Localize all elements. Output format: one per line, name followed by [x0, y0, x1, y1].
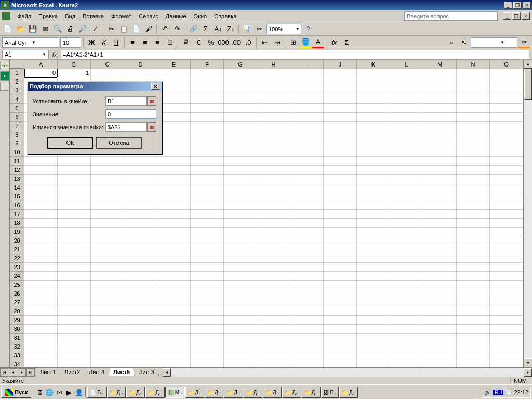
draw-menu-icon[interactable]: ▫: [446, 37, 457, 48]
cell[interactable]: [224, 219, 257, 228]
cell[interactable]: [324, 281, 357, 289]
cell[interactable]: [457, 281, 490, 289]
cell[interactable]: [490, 166, 523, 175]
cell[interactable]: [157, 219, 191, 228]
taskbar-task[interactable]: 📁Д..: [145, 387, 164, 398]
cell[interactable]: [390, 245, 423, 254]
cut-icon[interactable]: ✂: [105, 23, 117, 35]
cell[interactable]: [457, 272, 490, 281]
cell[interactable]: [324, 263, 357, 272]
cell[interactable]: [257, 245, 290, 254]
row-header[interactable]: 22: [10, 254, 24, 263]
cell[interactable]: [124, 69, 157, 77]
cell[interactable]: [290, 316, 324, 325]
cell[interactable]: [24, 228, 58, 236]
bold-icon[interactable]: Ж: [86, 37, 97, 48]
undo-icon[interactable]: ↶: [159, 23, 170, 35]
cell[interactable]: [457, 254, 490, 263]
cell[interactable]: [457, 175, 490, 183]
cell[interactable]: [91, 263, 124, 272]
cell[interactable]: [390, 130, 423, 139]
cell[interactable]: [257, 201, 290, 210]
cell[interactable]: [224, 95, 257, 104]
cell[interactable]: [490, 334, 523, 342]
cell[interactable]: [24, 175, 58, 183]
cell[interactable]: [91, 281, 124, 289]
cell[interactable]: [257, 192, 290, 201]
new-icon[interactable]: 📄: [2, 23, 14, 35]
scroll-right-icon[interactable]: ▸: [524, 368, 532, 377]
cell[interactable]: [357, 122, 390, 130]
cell[interactable]: [224, 69, 257, 77]
ql-app-icon[interactable]: 👤: [74, 387, 84, 397]
cell[interactable]: [423, 183, 457, 192]
save-icon[interactable]: 💾: [27, 23, 38, 35]
cell[interactable]: [390, 69, 423, 77]
doc-restore-button[interactable]: ❐: [512, 12, 521, 20]
cell[interactable]: [224, 316, 257, 325]
taskbar-task[interactable]: 📗М..: [165, 387, 185, 398]
cell[interactable]: [390, 325, 423, 334]
to-value-input[interactable]: 0: [105, 109, 156, 119]
cell[interactable]: [457, 334, 490, 342]
taskbar-task[interactable]: 📄В..: [87, 387, 106, 398]
align-left-icon[interactable]: ≡: [127, 37, 138, 48]
cell[interactable]: [490, 263, 523, 272]
cell[interactable]: [157, 122, 191, 130]
cell[interactable]: [224, 183, 257, 192]
taskbar-task[interactable]: 📁Д..: [224, 387, 243, 398]
cell[interactable]: [290, 183, 324, 192]
fill-color-icon[interactable]: 🪣: [300, 37, 311, 48]
copy-icon[interactable]: 📋: [118, 23, 129, 35]
cell[interactable]: [457, 228, 490, 236]
cell[interactable]: [290, 139, 324, 148]
cell[interactable]: [324, 95, 357, 104]
row-header[interactable]: 26: [10, 289, 24, 298]
cell[interactable]: [423, 130, 457, 139]
cell[interactable]: [124, 236, 157, 245]
cell[interactable]: [423, 201, 457, 210]
cell[interactable]: [290, 148, 324, 157]
row-header[interactable]: 11: [10, 157, 24, 166]
cell[interactable]: [24, 219, 58, 228]
cell[interactable]: [423, 139, 457, 148]
cell[interactable]: [490, 298, 523, 307]
row-header[interactable]: 12: [10, 166, 24, 175]
cell[interactable]: [191, 69, 224, 77]
panel-btn-2[interactable]: ▸: [0, 71, 9, 81]
cell[interactable]: [357, 210, 390, 219]
cell[interactable]: [290, 254, 324, 263]
cell[interactable]: [157, 351, 191, 360]
cell[interactable]: [390, 254, 423, 263]
cell[interactable]: [324, 130, 357, 139]
underline-icon[interactable]: Ч: [111, 37, 122, 48]
cell[interactable]: [490, 157, 523, 166]
cell[interactable]: [257, 86, 290, 95]
cell[interactable]: [91, 289, 124, 298]
cell[interactable]: [257, 334, 290, 342]
cell[interactable]: [324, 86, 357, 95]
cell[interactable]: [423, 325, 457, 334]
cell[interactable]: [191, 228, 224, 236]
cell[interactable]: [257, 316, 290, 325]
chart-icon[interactable]: 📊: [241, 23, 252, 35]
cell[interactable]: [24, 166, 58, 175]
cell[interactable]: [191, 210, 224, 219]
cell[interactable]: [357, 148, 390, 157]
cell[interactable]: [58, 351, 91, 360]
cell[interactable]: [157, 86, 191, 95]
cell[interactable]: [191, 272, 224, 281]
cell[interactable]: [58, 342, 91, 351]
fx-icon[interactable]: fx: [328, 37, 340, 48]
decrease-decimal-icon[interactable]: .0: [243, 37, 254, 48]
row-header[interactable]: 24: [10, 272, 24, 281]
menu-данные[interactable]: Данные: [162, 12, 190, 20]
cell[interactable]: [290, 360, 324, 367]
cell[interactable]: [191, 289, 224, 298]
cell[interactable]: [324, 113, 357, 122]
cell[interactable]: [224, 104, 257, 113]
menu-правка[interactable]: Правка: [35, 12, 61, 20]
cell[interactable]: [257, 157, 290, 166]
cell[interactable]: [224, 228, 257, 236]
cell[interactable]: [58, 245, 91, 254]
